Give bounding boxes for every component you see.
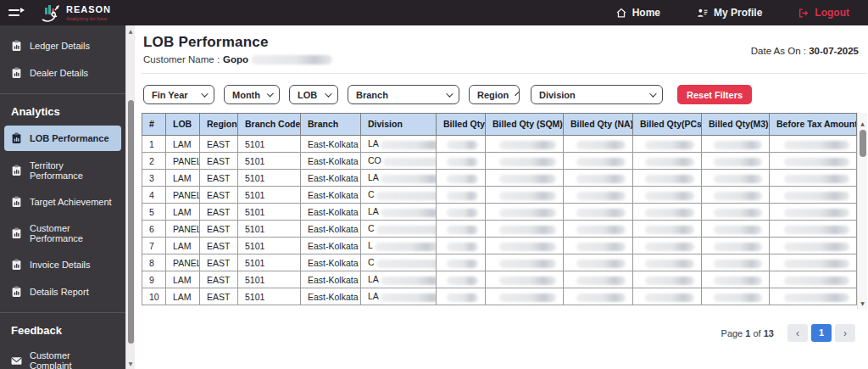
col-header[interactable]: Billed Qty (SQM) (486, 114, 564, 136)
branch-dropdown[interactable]: Branch (348, 85, 459, 104)
division-dropdown[interactable]: Division (531, 85, 663, 104)
redacted-value (714, 277, 762, 285)
clipboard-icon (11, 259, 22, 271)
table-cell: 6 (142, 221, 166, 238)
redacted-value (645, 243, 694, 251)
region-dropdown[interactable]: Region (469, 85, 520, 104)
date-label: Date As On : (751, 46, 806, 56)
col-header[interactable]: Billed Qty(PCs) (633, 114, 702, 136)
col-header[interactable]: Before Tax Amount (770, 114, 857, 136)
sidebar-scrollbar[interactable]: ▲ ▼ (125, 25, 135, 369)
table-cell: East-Kolkata (301, 187, 361, 204)
redacted-value (645, 260, 694, 268)
table-cell: East-Kolkata (301, 136, 361, 153)
table-cell: 5101 (238, 187, 301, 204)
sidebar-toggle-icon[interactable] (8, 7, 25, 19)
redacted-value (381, 141, 437, 149)
col-header[interactable]: Branch Code (238, 114, 301, 136)
redacted-value (499, 277, 557, 285)
sidebar-item-target-achievement[interactable]: Target Achievement (0, 188, 125, 215)
sidebar-item-customer-complaint[interactable]: Customer Complaint (0, 343, 125, 369)
redacted-value (576, 260, 626, 268)
lob-label: LOB (298, 90, 317, 100)
table-scrollbar-thumb[interactable] (860, 130, 866, 157)
customer-name-line: Customer Name : Gopo (143, 54, 332, 64)
table-cell (770, 136, 857, 153)
table-cell (633, 288, 702, 305)
month-dropdown[interactable]: Month (224, 85, 280, 104)
redacted-value (784, 226, 849, 234)
sidebar-item-customer-performance[interactable]: Customer Performance (0, 215, 125, 251)
col-header[interactable]: # (142, 114, 166, 136)
redacted-value (784, 294, 849, 302)
redacted-value (381, 294, 437, 302)
col-header[interactable]: Billed Qty (437, 114, 486, 136)
table-cell (486, 204, 564, 221)
sidebar-item-lob-performance[interactable]: LOB Performance (4, 126, 121, 151)
col-header[interactable]: Region (200, 114, 238, 136)
redacted-value (447, 260, 478, 268)
table-cell (564, 238, 633, 254)
table-cell: EAST (200, 271, 238, 288)
sidebar-item-invoice-details[interactable]: Invoice Details (0, 251, 125, 278)
table-cell (437, 170, 486, 187)
redacted-value (576, 158, 626, 166)
col-header[interactable]: Branch (301, 114, 361, 136)
lob-dropdown[interactable]: LOB (289, 85, 338, 104)
reset-filters-button[interactable]: Reset Filters (677, 85, 752, 104)
table-cell: 5101 (238, 221, 301, 238)
topbar: REASON Analyzing for futur Home My Profi… (0, 0, 868, 25)
sidebar-item-label: Invoice Details (30, 260, 91, 270)
table-cell: East-Kolkata (301, 204, 361, 221)
redacted-value (576, 175, 626, 183)
scroll-up-icon[interactable]: ▲ (858, 120, 867, 126)
table-cell (633, 170, 702, 187)
table-cell (486, 221, 564, 238)
redacted-value (784, 260, 849, 268)
col-header[interactable]: Billed Qty (NA) (564, 114, 633, 136)
logout-link[interactable]: Logout (798, 7, 849, 19)
scroll-down-icon[interactable]: ▼ (858, 300, 867, 306)
sidebar-scrollbar-thumb[interactable] (128, 100, 134, 344)
table-header-row: # LOB Region Branch Code Branch Division… (142, 114, 857, 136)
chevron-down-icon (446, 90, 453, 97)
scroll-up-icon[interactable]: ▲ (126, 28, 135, 34)
home-icon (615, 8, 627, 19)
fin-year-dropdown[interactable]: Fin Year (143, 85, 214, 104)
table-cell: EAST (200, 221, 238, 238)
sidebar-item-ledger-details[interactable]: Ledger Details (0, 32, 125, 59)
table-cell (486, 136, 564, 153)
sidebar-item-territory-performance[interactable]: Territory Performance (0, 153, 125, 188)
redacted-value (645, 226, 694, 234)
prev-page-button[interactable]: ‹ (787, 324, 808, 342)
table-cell: East-Kolkata (301, 238, 361, 254)
table-cell (564, 153, 633, 170)
table-row: 1 LAM EAST 5101 East-Kolkata LA (142, 136, 857, 153)
lob-table-container: # LOB Region Branch Code Branch Division… (142, 113, 867, 310)
chevron-down-icon (515, 92, 520, 96)
table-cell: 5101 (238, 136, 301, 153)
scroll-down-icon[interactable]: ▼ (126, 361, 135, 366)
sidebar-item-dealer-details[interactable]: Dealer Details (0, 59, 125, 87)
sidebar-item-label: Customer Complaint (30, 350, 114, 369)
home-link[interactable]: Home (615, 7, 660, 19)
redacted-value (447, 158, 478, 166)
table-row: 10 LAM EAST 5101 East-Kolkata LA (142, 288, 857, 305)
table-scrollbar[interactable]: ▲ ▼ (857, 113, 867, 310)
table-cell (564, 271, 633, 288)
table-row: 4 PANEL EAST 5101 East-Kolkata C (142, 187, 857, 204)
page-1-button[interactable]: 1 (811, 324, 832, 342)
table-cell: PANEL (166, 254, 200, 271)
next-page-button[interactable]: › (835, 324, 855, 342)
table-cell (702, 288, 770, 305)
table-cell: LA (361, 288, 437, 305)
col-header[interactable]: LOB (166, 114, 200, 136)
my-profile-link[interactable]: My Profile (696, 7, 762, 19)
table-cell (564, 136, 633, 153)
col-header[interactable]: Billed Qty(M3) (702, 114, 770, 136)
col-header[interactable]: Division (361, 114, 437, 136)
table-cell (486, 170, 564, 187)
sidebar-item-details-report[interactable]: Details Report (0, 278, 125, 305)
table-cell: 5101 (238, 238, 301, 254)
home-label: Home (632, 7, 660, 19)
